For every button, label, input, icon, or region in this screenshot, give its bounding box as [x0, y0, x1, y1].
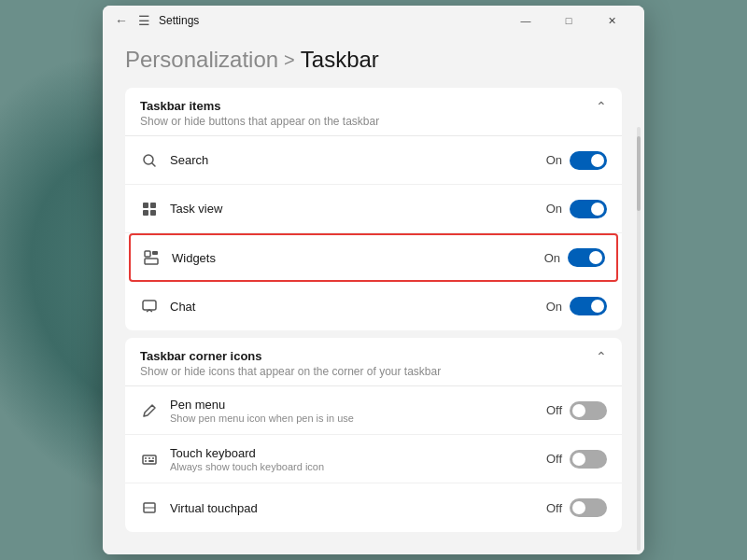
search-toggle[interactable] [570, 151, 607, 170]
taskbar-corner-icons-section: Taskbar corner icons Show or hide icons … [125, 338, 622, 532]
pen-menu-setting-row: Pen menu Show pen menu icon when pen is … [125, 386, 622, 435]
touch-keyboard-label: Touch keyboard Always show touch keyboar… [170, 446, 546, 472]
title-bar: ← ☰ Settings — □ ✕ [103, 6, 644, 35]
widgets-setting-row: Widgets On [129, 233, 618, 282]
breadcrumb-parent[interactable]: Personalization [125, 47, 278, 73]
chat-control: On [546, 297, 607, 315]
taskbar-corner-icons-header: Taskbar corner icons Show or hide icons … [125, 338, 622, 386]
scrollbar-thumb[interactable] [637, 136, 641, 211]
taskbar-items-header: Taskbar items Show or hide buttons that … [125, 88, 622, 136]
virtual-touchpad-toggle-knob [572, 501, 585, 514]
widgets-toggle-knob [589, 251, 602, 264]
task-view-label: Task view [170, 202, 546, 216]
svg-rect-3 [150, 203, 156, 208]
search-status: On [546, 153, 562, 167]
taskbar-items-collapse-icon[interactable]: ⌃ [596, 99, 607, 114]
search-control: On [546, 151, 607, 170]
svg-rect-6 [145, 251, 150, 257]
window-controls: — □ ✕ [504, 6, 633, 35]
scrollbar[interactable] [637, 127, 641, 551]
search-toggle-knob [591, 154, 604, 167]
svg-rect-8 [145, 259, 158, 264]
pen-menu-icon [140, 401, 159, 420]
task-view-toggle-knob [591, 203, 604, 216]
touch-keyboard-toggle[interactable] [570, 450, 607, 469]
touch-keyboard-control: Off [546, 450, 607, 469]
virtual-touchpad-setting-row: Virtual touchpad Off [125, 483, 622, 532]
pen-menu-toggle[interactable] [570, 401, 607, 420]
chat-setting-row: Chat On [125, 282, 622, 330]
search-label: Search [170, 153, 546, 167]
widgets-toggle[interactable] [568, 248, 605, 267]
svg-rect-5 [150, 210, 156, 216]
taskbar-items-section: Taskbar items Show or hide buttons that … [125, 88, 622, 330]
svg-line-1 [152, 163, 155, 166]
touch-keyboard-status: Off [546, 452, 562, 466]
svg-rect-10 [143, 455, 156, 464]
task-view-icon [140, 200, 159, 218]
task-view-status: On [546, 202, 562, 216]
breadcrumb-separator: > [284, 49, 295, 71]
widgets-icon [142, 248, 161, 267]
task-view-toggle[interactable] [570, 200, 607, 218]
svg-rect-7 [152, 251, 158, 255]
touch-keyboard-icon [140, 450, 159, 469]
task-view-control: On [546, 200, 607, 218]
virtual-touchpad-control: Off [546, 498, 607, 517]
task-view-setting-row: Task view On [125, 185, 622, 233]
virtual-touchpad-icon [140, 498, 159, 517]
touch-keyboard-toggle-knob [572, 453, 585, 466]
virtual-touchpad-status: Off [546, 501, 562, 515]
chat-status: On [546, 300, 562, 314]
virtual-touchpad-label: Virtual touchpad [170, 501, 546, 515]
search-setting-row: Search On [125, 136, 622, 185]
window-title: Settings [159, 14, 199, 27]
svg-rect-9 [143, 301, 156, 310]
breadcrumb: Personalization > Taskbar [125, 35, 622, 88]
taskbar-items-subtitle: Show or hide buttons that appear on the … [140, 115, 379, 128]
corner-icons-collapse-icon[interactable]: ⌃ [596, 349, 607, 364]
chat-toggle-knob [591, 300, 604, 313]
touch-keyboard-setting-row: Touch keyboard Always show touch keyboar… [125, 435, 622, 483]
maximize-button[interactable]: □ [547, 6, 590, 35]
back-button[interactable]: ← [114, 13, 129, 28]
widgets-control: On [544, 248, 605, 267]
pen-menu-label: Pen menu Show pen menu icon when pen is … [170, 398, 546, 424]
widgets-status: On [544, 251, 560, 265]
widgets-label: Widgets [172, 251, 544, 265]
search-setting-icon [140, 151, 159, 170]
taskbar-corner-icons-subtitle: Show or hide icons that appear on the co… [140, 365, 441, 378]
breadcrumb-current: Taskbar [301, 47, 379, 73]
chat-icon [140, 297, 159, 315]
close-button[interactable]: ✕ [590, 6, 633, 35]
pen-menu-control: Off [546, 401, 607, 420]
content-area: Personalization > Taskbar Taskbar items … [103, 35, 644, 554]
virtual-touchpad-toggle[interactable] [570, 498, 607, 517]
pen-menu-toggle-knob [572, 404, 585, 417]
taskbar-corner-icons-title: Taskbar corner icons [140, 349, 441, 363]
svg-rect-2 [143, 203, 148, 208]
minimize-button[interactable]: — [504, 6, 547, 35]
chat-label: Chat [170, 300, 546, 314]
svg-rect-4 [143, 210, 148, 216]
taskbar-items-title: Taskbar items [140, 99, 379, 113]
chat-toggle[interactable] [570, 297, 607, 315]
hamburger-menu-icon[interactable]: ☰ [136, 13, 151, 28]
pen-menu-status: Off [546, 403, 562, 417]
